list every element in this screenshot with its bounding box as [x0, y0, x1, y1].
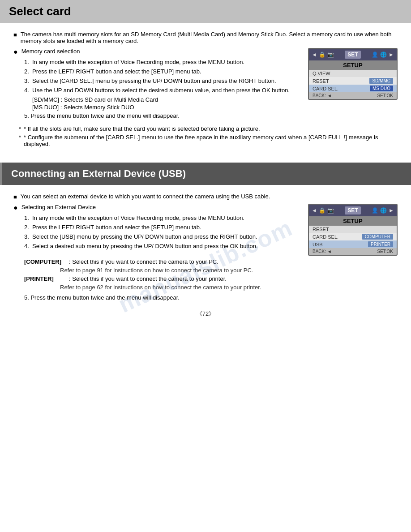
- step1-3: 3. Select the [CARD SEL.] menu by pressi…: [24, 77, 304, 84]
- step1-2-text: Press the LEFT/ RIGHT button and select …: [32, 68, 304, 75]
- camera-ui-1-icons-right: 👤 🌐 ►: [372, 51, 394, 58]
- row-reset-label: RESET: [313, 78, 369, 84]
- note-star-2: *: [19, 134, 21, 141]
- step2-3-num: 3.: [24, 233, 32, 240]
- step2-3: 3. Select the [USB] menu by pressing the…: [24, 233, 304, 240]
- section1-intro-text: The camera has multi memory slots for an…: [21, 31, 398, 44]
- camera-ui-1-footer: BACK: ◄ SET:OK: [309, 92, 397, 99]
- camera-ui-1-row-qview: Q.VIEW: [309, 70, 397, 77]
- bullet-circle-icon: ●: [13, 47, 18, 56]
- section2-camera-ui: ◄ 🔒 📷 SET 👤 🌐 ► SETUP: [308, 204, 398, 256]
- printer-desc1: : Select this if you want to connect the…: [69, 275, 227, 282]
- globe-icon: 🌐: [380, 51, 387, 58]
- step1-3-text: Select the [CARD SEL.] menu by pressing …: [32, 77, 304, 84]
- step1-1-text: In any mode with the exception of Voice …: [32, 59, 304, 65]
- note1-2: * * Configure the submenu of the [CARD S…: [19, 134, 398, 147]
- page-number: 《72》: [0, 310, 411, 322]
- computer-desc2: Refer to page 91 for instructions on how…: [60, 267, 398, 274]
- step1-3-num: 3.: [24, 77, 32, 84]
- camera-ui-1-topbar: ◄ 🔒 📷 SET 👤 🌐 ►: [309, 49, 397, 60]
- row2-reset-label: RESET: [313, 227, 393, 232]
- row-reset-value: SD/MMC: [369, 78, 393, 84]
- note1-2-text: * Configure the submenu of the [CARD SEL…: [24, 134, 398, 147]
- note-star-1: *: [19, 125, 21, 132]
- section1-content: ■ The camera has multi memory slots for …: [0, 31, 411, 147]
- step2-5-text: 5. Press the menu button twice and the m…: [24, 294, 398, 301]
- step2-2: 2. Press the LEFT/ RIGHT button and sele…: [24, 224, 304, 231]
- page: manualslib.com Select card ■ The camera …: [0, 0, 411, 532]
- section-divider: [0, 149, 411, 163]
- lock-icon-2: 🔒: [319, 207, 325, 214]
- bullet-square-icon-2: ■: [13, 193, 17, 200]
- submenu-computer: [COMPUTER] : Select this if you want to …: [24, 258, 398, 265]
- section2-bullet2: ● Selecting an External Device: [13, 204, 304, 212]
- set-button: SET: [345, 51, 360, 59]
- row-cardsel-label: CARD SEL.: [313, 86, 370, 91]
- section1-two-col: ● Memory card selection 1. In any mode w…: [13, 48, 398, 122]
- section2-steps-list: 1. In any mode with the exception of Voi…: [24, 215, 304, 249]
- step2-3-text: Select the [USB] menu by pressing the UP…: [32, 233, 304, 240]
- step1-4-text: Use the UP and DOWN buttons to select th…: [32, 87, 304, 94]
- camera-ui-2: ◄ 🔒 📷 SET 👤 🌐 ► SETUP: [308, 204, 398, 256]
- set-button-2: SET: [345, 206, 360, 215]
- lock-icon: 🔒: [319, 51, 325, 58]
- printer-desc2: Refer to page 62 for instructions on how…: [60, 284, 398, 291]
- step2-2-num: 2.: [24, 224, 32, 231]
- section1-camera-ui: ◄ 🔒 📷 SET 👤 🌐 ► SETUP: [308, 48, 398, 100]
- step2-4-num: 4.: [24, 243, 32, 249]
- row2-usb-value: PRINTER: [368, 241, 393, 247]
- submenu-printer: [PRINTER] : Select this if you want to c…: [24, 275, 398, 282]
- section2-content: ■ You can select an external device to w…: [0, 193, 411, 301]
- section1-bullet2-label: Memory card selection: [21, 48, 80, 55]
- arrow-left-icon-2: ◄: [312, 207, 317, 214]
- note1-1: * * If all the slots are full, make sure…: [19, 125, 398, 132]
- camera-ui-2-icons-right: 👤 🌐 ►: [372, 207, 394, 214]
- back-label: BACK: ◄: [313, 93, 332, 98]
- section1-bullet2: ● Memory card selection: [13, 48, 304, 56]
- step1-1: 1. In any mode with the exception of Voi…: [24, 59, 304, 65]
- camera-ui-2-header: SETUP: [309, 216, 397, 226]
- section1-intro: ■ The camera has multi memory slots for …: [13, 31, 398, 44]
- section1-title: Select card: [9, 4, 402, 18]
- setok-label: SET:OK: [377, 93, 393, 98]
- step1-5-text: 5. Press the menu button twice and the m…: [24, 112, 304, 119]
- globe-icon-2: 🌐: [380, 207, 387, 214]
- person-icon-2: 👤: [372, 207, 378, 214]
- step2-4-text: Select a desired sub menu by pressing th…: [32, 243, 304, 249]
- section2-title-bar: Connecting an External Device (USB): [0, 163, 411, 185]
- step2-4: 4. Select a desired sub menu by pressing…: [24, 243, 304, 249]
- camera-ui-2-row-cardsel: CARD SEL. COMPUTER: [309, 233, 397, 240]
- back-label-2: BACK: ◄: [313, 249, 332, 254]
- person-icon: 👤: [372, 51, 378, 58]
- section1-steps-list: 1. In any mode with the exception of Voi…: [24, 59, 304, 119]
- arrow-left-icon: ◄: [312, 51, 317, 58]
- section2-intro: ■ You can select an external device to w…: [13, 193, 398, 200]
- computer-desc1: : Select this if you want to connect the…: [69, 258, 218, 265]
- camera-icon-2: 📷: [327, 207, 334, 214]
- step2-1-num: 1.: [24, 215, 32, 221]
- section1-submenu-0: [SD/MMC] : Selects SD card or Multi Medi…: [32, 96, 304, 103]
- camera-ui-1-header: SETUP: [309, 60, 397, 70]
- step1-2-num: 2.: [24, 68, 32, 75]
- row-qview-value: [388, 73, 393, 74]
- section2-title: Connecting an External Device (USB): [11, 168, 402, 180]
- step1-1-num: 1.: [24, 59, 32, 65]
- camera-ui-1-icons-left: ◄ 🔒 📷: [312, 51, 334, 58]
- step2-1: 1. In any mode with the exception of Voi…: [24, 215, 304, 221]
- note1-1-text: * If all the slots are full, make sure t…: [24, 125, 260, 132]
- step1-2: 2. Press the LEFT/ RIGHT button and sele…: [24, 68, 304, 75]
- row2-cardsel-value: COMPUTER: [362, 234, 393, 240]
- bullet-circle-icon-2: ●: [13, 203, 18, 212]
- row-qview-label: Q.VIEW: [313, 71, 388, 76]
- camera-ui-1-row-cardsel: CARD SEL. MS DUO: [309, 85, 397, 92]
- camera-ui-2-topbar: ◄ 🔒 📷 SET 👤 🌐 ►: [309, 205, 397, 216]
- section2-two-col: ● Selecting an External Device 1. In any…: [13, 204, 398, 256]
- camera-icon: 📷: [327, 51, 334, 58]
- step2-2-text: Press the LEFT/ RIGHT button and select …: [32, 224, 304, 231]
- camera-ui-2-row-reset: RESET: [309, 226, 397, 233]
- step2-5: 5. Press the menu button twice and the m…: [24, 294, 398, 301]
- section1-submenu-1: [MS DUO] : Selects Memory Stick DUO: [32, 104, 304, 111]
- section1-notes: * * If all the slots are full, make sure…: [13, 125, 398, 147]
- section2-steps-col: ● Selecting an External Device 1. In any…: [13, 204, 304, 252]
- arrow-right-icon-2: ►: [389, 207, 394, 214]
